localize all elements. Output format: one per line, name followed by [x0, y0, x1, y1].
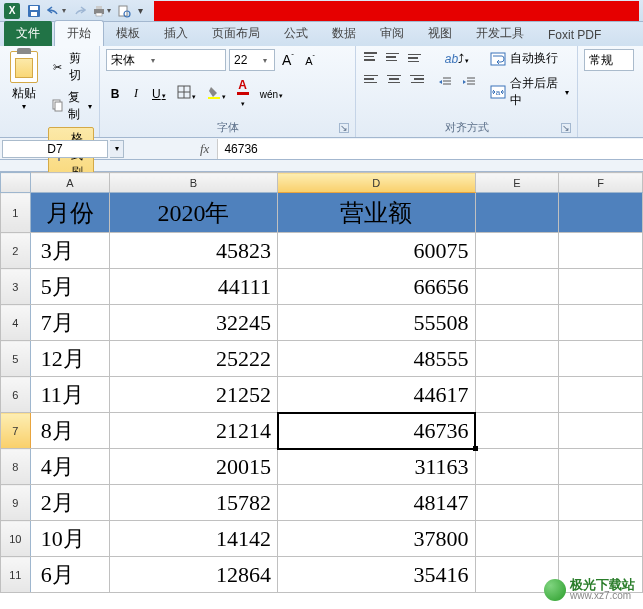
- row-header-3[interactable]: 3: [1, 269, 31, 305]
- cell-B5[interactable]: 25222: [109, 341, 277, 377]
- cell-E5[interactable]: [475, 341, 559, 377]
- row-header-1[interactable]: 1: [1, 193, 31, 233]
- cell-E10[interactable]: [475, 521, 559, 557]
- tab-template[interactable]: 模板: [104, 21, 152, 46]
- cell-A7[interactable]: 8月: [30, 413, 109, 449]
- cell-F5[interactable]: [559, 341, 643, 377]
- cell-F6[interactable]: [559, 377, 643, 413]
- qat-more-button[interactable]: ▾: [137, 5, 143, 16]
- cell-E7[interactable]: [475, 413, 559, 449]
- cell-D5[interactable]: 48555: [278, 341, 476, 377]
- cell-F9[interactable]: [559, 485, 643, 521]
- align-middle-button[interactable]: [384, 49, 404, 65]
- cell-D1[interactable]: 营业额: [278, 193, 476, 233]
- row-header-6[interactable]: 6: [1, 377, 31, 413]
- cell-A6[interactable]: 11月: [30, 377, 109, 413]
- cell-D7[interactable]: 46736: [278, 413, 476, 449]
- cell-B2[interactable]: 45823: [109, 233, 277, 269]
- tab-foxit-pdf[interactable]: Foxit PDF: [536, 24, 613, 46]
- font-size-select[interactable]: 22▾: [229, 49, 275, 71]
- cell-B10[interactable]: 14142: [109, 521, 277, 557]
- col-header-A[interactable]: A: [30, 173, 109, 193]
- number-format-select[interactable]: 常规: [584, 49, 634, 71]
- decrease-indent-button[interactable]: [434, 73, 456, 94]
- cell-D10[interactable]: 37800: [278, 521, 476, 557]
- cell-D11[interactable]: 35416: [278, 557, 476, 593]
- cell-F10[interactable]: [559, 521, 643, 557]
- name-box-dropdown[interactable]: ▾: [110, 140, 124, 158]
- cell-E6[interactable]: [475, 377, 559, 413]
- cell-A10[interactable]: 10月: [30, 521, 109, 557]
- cell-D3[interactable]: 66656: [278, 269, 476, 305]
- cell-A5[interactable]: 12月: [30, 341, 109, 377]
- row-header-5[interactable]: 5: [1, 341, 31, 377]
- cell-D6[interactable]: 44617: [278, 377, 476, 413]
- qat-preview-button[interactable]: [117, 4, 131, 18]
- tab-formulas[interactable]: 公式: [272, 21, 320, 46]
- cell-A11[interactable]: 6月: [30, 557, 109, 593]
- row-header-10[interactable]: 10: [1, 521, 31, 557]
- cell-F11[interactable]: [559, 557, 643, 593]
- row-header-2[interactable]: 2: [1, 233, 31, 269]
- col-header-B[interactable]: B: [109, 173, 277, 193]
- qat-save-button[interactable]: [27, 4, 41, 18]
- row-header-4[interactable]: 4: [1, 305, 31, 341]
- col-header-E[interactable]: E: [475, 173, 559, 193]
- cut-button[interactable]: ✂剪切: [48, 49, 94, 85]
- bold-button[interactable]: B: [106, 84, 124, 104]
- cell-E3[interactable]: [475, 269, 559, 305]
- underline-button[interactable]: U▾: [148, 84, 170, 104]
- name-box[interactable]: D7: [2, 140, 108, 158]
- row-header-11[interactable]: 11: [1, 557, 31, 593]
- align-bottom-button[interactable]: [406, 49, 426, 65]
- cell-B1[interactable]: 2020年: [109, 193, 277, 233]
- cell-D4[interactable]: 55508: [278, 305, 476, 341]
- qat-undo-button[interactable]: ▾: [47, 5, 66, 17]
- cell-A3[interactable]: 5月: [30, 269, 109, 305]
- shrink-font-button[interactable]: Aˇ: [301, 51, 319, 70]
- cell-B8[interactable]: 20015: [109, 449, 277, 485]
- orientation-button[interactable]: ab⤴▾: [434, 49, 480, 67]
- font-expand-icon[interactable]: ↘: [339, 123, 349, 133]
- cell-F1[interactable]: [559, 193, 643, 233]
- cell-F3[interactable]: [559, 269, 643, 305]
- file-tab[interactable]: 文件: [4, 21, 52, 46]
- row-header-9[interactable]: 9: [1, 485, 31, 521]
- cell-B6[interactable]: 21252: [109, 377, 277, 413]
- tab-insert[interactable]: 插入: [152, 21, 200, 46]
- cell-B4[interactable]: 32245: [109, 305, 277, 341]
- cell-E2[interactable]: [475, 233, 559, 269]
- cell-D9[interactable]: 48147: [278, 485, 476, 521]
- italic-button[interactable]: I: [127, 83, 145, 104]
- cell-F2[interactable]: [559, 233, 643, 269]
- cell-B9[interactable]: 15782: [109, 485, 277, 521]
- formula-input[interactable]: [217, 139, 643, 159]
- cell-A2[interactable]: 3月: [30, 233, 109, 269]
- copy-button[interactable]: 复制▾: [48, 88, 94, 124]
- qat-redo-button[interactable]: [72, 5, 86, 17]
- align-expand-icon[interactable]: ↘: [561, 123, 571, 133]
- cell-D2[interactable]: 60075: [278, 233, 476, 269]
- align-left-button[interactable]: [362, 71, 382, 87]
- increase-indent-button[interactable]: [458, 73, 480, 94]
- font-name-select[interactable]: 宋体▾: [106, 49, 226, 71]
- cell-E1[interactable]: [475, 193, 559, 233]
- cell-E4[interactable]: [475, 305, 559, 341]
- align-center-button[interactable]: [384, 71, 404, 87]
- cell-A1[interactable]: 月份: [30, 193, 109, 233]
- cell-F4[interactable]: [559, 305, 643, 341]
- cell-A4[interactable]: 7月: [30, 305, 109, 341]
- cell-A8[interactable]: 4月: [30, 449, 109, 485]
- spreadsheet-grid[interactable]: ABDEF1月份2020年营业额23月458236007535月44111666…: [0, 172, 643, 593]
- phonetic-button[interactable]: wén▾: [256, 84, 287, 104]
- cell-E8[interactable]: [475, 449, 559, 485]
- tab-page-layout[interactable]: 页面布局: [200, 21, 272, 46]
- align-right-button[interactable]: [406, 71, 426, 87]
- cell-B3[interactable]: 44111: [109, 269, 277, 305]
- col-header-F[interactable]: F: [559, 173, 643, 193]
- wrap-text-button[interactable]: 自动换行: [488, 49, 571, 68]
- border-button[interactable]: ▾: [173, 82, 200, 105]
- row-header-7[interactable]: 7: [1, 413, 31, 449]
- grow-font-button[interactable]: Aˆ: [278, 49, 298, 71]
- cell-E11[interactable]: [475, 557, 559, 593]
